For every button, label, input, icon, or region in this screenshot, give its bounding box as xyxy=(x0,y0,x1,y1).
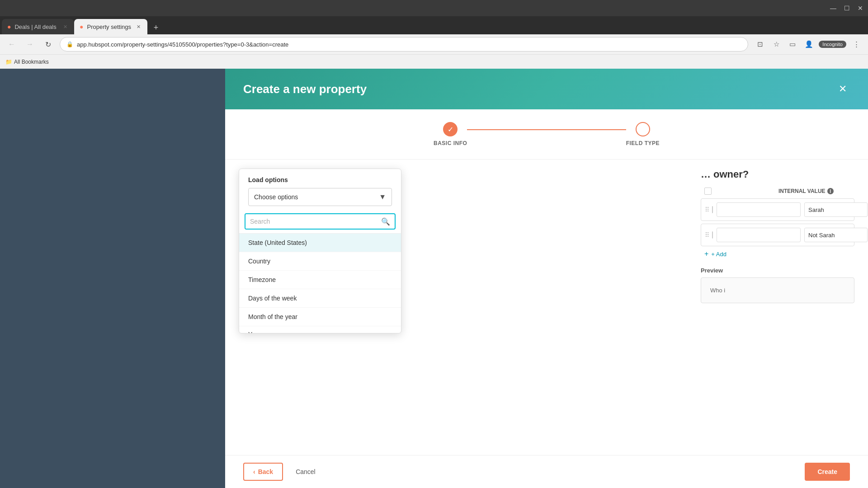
modal-header: Create a new property ✕ xyxy=(225,69,868,109)
create-property-modal: Create a new property ✕ ✓ BASIC INFO FIE… xyxy=(225,69,868,488)
folder-icon: 📁 xyxy=(5,59,12,65)
new-tab-button[interactable]: + xyxy=(149,21,163,34)
modal-body: Load options Choose options ▼ 🔍 State (U… xyxy=(225,160,868,455)
popup-header: Load options Choose options ▼ xyxy=(239,169,401,210)
step-field-type[interactable]: FIELD TYPE xyxy=(626,122,660,146)
maximize-button[interactable]: ☐ xyxy=(843,4,851,12)
url-text: app.hubspot.com/property-settings/451055… xyxy=(77,41,288,48)
internal-value-header-text: INTERNAL VALUE xyxy=(778,188,826,194)
row-label-input-1[interactable] xyxy=(717,202,801,217)
back-button[interactable]: ← xyxy=(5,38,18,51)
address-bar: ← → ↻ 🔒 app.hubspot.com/property-setting… xyxy=(0,34,868,54)
tab-deals-label: Deals | All deals xyxy=(14,23,56,30)
dropdown-item-country[interactable]: Country xyxy=(239,252,401,271)
tab-property-settings-label: Property settings xyxy=(87,23,131,30)
tab-deals[interactable]: ● Deals | All deals ✕ xyxy=(2,19,74,34)
menu-icon[interactable]: ⋮ xyxy=(850,38,863,51)
load-options-popup: Load options Choose options ▼ 🔍 State (U… xyxy=(239,169,401,333)
search-icon: 🔍 xyxy=(377,217,395,226)
search-input-wrapper: 🔍 xyxy=(245,213,396,230)
drag-handle-1[interactable]: ⠿ xyxy=(705,206,709,213)
row-checkbox-1[interactable] xyxy=(712,206,713,213)
minimize-button[interactable]: ― xyxy=(829,4,837,12)
dropdown-chevron-icon: ▼ xyxy=(379,193,386,201)
tab-property-settings[interactable]: ● Property settings ✕ xyxy=(74,19,147,34)
row-checkbox-2[interactable] xyxy=(712,231,713,239)
table-header: INTERNAL VALUE i xyxy=(701,188,854,195)
table-row-1: ⠿ xyxy=(701,198,854,221)
preview-box: Who i xyxy=(701,277,854,303)
dropdown-item-timezone[interactable]: Timezone xyxy=(239,271,401,289)
footer-left: ‹ Back Cancel xyxy=(243,463,323,481)
back-label: Back xyxy=(258,468,273,475)
address-actions: ⊡ ☆ ▭ 👤 Incognito ⋮ xyxy=(754,38,863,51)
title-bar: ― ☐ ✕ xyxy=(0,0,868,16)
close-window-button[interactable]: ✕ xyxy=(856,4,864,12)
step-basic-info-circle: ✓ xyxy=(443,122,458,136)
reload-button[interactable]: ↻ xyxy=(42,38,54,51)
step-connector-line xyxy=(467,129,626,130)
question-suffix: owner? xyxy=(713,169,749,180)
header-checkbox-col xyxy=(704,188,718,195)
cancel-button[interactable]: Cancel xyxy=(288,463,323,481)
preview-text: Who i xyxy=(710,287,725,294)
modal-title: Create a new property xyxy=(243,82,367,96)
modal-close-button[interactable]: ✕ xyxy=(835,82,850,96)
cast-icon[interactable]: ⊡ xyxy=(754,38,766,51)
dropdown-item-year[interactable]: Year xyxy=(239,326,401,333)
header-checkbox[interactable] xyxy=(704,188,712,195)
tab-bar: ● Deals | All deals ✕ ● Property setting… xyxy=(0,16,868,34)
dropdown-list: State (United States) Country Timezone D… xyxy=(239,234,401,333)
table-row-2: ⠿ xyxy=(701,224,854,246)
row-value-input-2[interactable] xyxy=(804,228,868,242)
incognito-badge: Incognito xyxy=(819,41,846,48)
window-controls: ― ☐ ✕ xyxy=(829,4,864,12)
dropdown-item-state-us[interactable]: State (United States) xyxy=(239,234,401,252)
add-option-label: + Add xyxy=(711,251,726,258)
bookmark-star-icon[interactable]: ☆ xyxy=(770,38,783,51)
step-field-type-label: FIELD TYPE xyxy=(626,140,660,146)
sidebar-toggle-icon[interactable]: ▭ xyxy=(786,38,799,51)
step-basic-info[interactable]: ✓ BASIC INFO xyxy=(434,122,467,146)
create-button[interactable]: Create xyxy=(805,463,850,481)
back-icon: ‹ xyxy=(253,468,255,475)
choose-options-dropdown[interactable]: Choose options ▼ xyxy=(248,188,392,206)
forward-button[interactable]: → xyxy=(24,38,36,51)
modal-footer: ‹ Back Cancel Create xyxy=(225,455,868,488)
bookmarks-label[interactable]: All Bookmarks xyxy=(14,59,49,65)
tab-hubspot-icon-deals: ● xyxy=(7,23,11,30)
dropdown-item-month-of-year[interactable]: Month of the year xyxy=(239,308,401,326)
bookmarks-bar: 📁 All Bookmarks xyxy=(0,54,868,69)
search-box: 🔍 xyxy=(239,210,401,234)
preview-label: Preview xyxy=(701,267,854,274)
choose-options-text: Choose options xyxy=(254,193,298,201)
info-icon[interactable]: i xyxy=(827,188,834,194)
lock-icon: 🔒 xyxy=(66,41,73,47)
drag-handle-2[interactable]: ⠿ xyxy=(705,231,709,239)
url-bar[interactable]: 🔒 app.hubspot.com/property-settings/4510… xyxy=(60,37,748,52)
tab-hubspot-icon-settings: ● xyxy=(80,23,83,30)
step-field-type-circle xyxy=(636,122,650,136)
add-option-row[interactable]: + + Add xyxy=(701,250,854,258)
dropdown-item-days-of-week[interactable]: Days of the week xyxy=(239,289,401,308)
stepper-inner: ✓ BASIC INFO FIELD TYPE xyxy=(434,122,660,146)
row-label-input-2[interactable] xyxy=(717,228,801,242)
row-value-input-1[interactable] xyxy=(804,202,868,217)
search-input[interactable] xyxy=(245,214,377,229)
load-options-label: Load options xyxy=(248,176,392,183)
tab-deals-close[interactable]: ✕ xyxy=(61,23,69,30)
preview-section: Preview Who i xyxy=(701,267,854,303)
add-option-icon: + xyxy=(704,250,708,258)
question-prefix: … xyxy=(701,169,711,180)
tab-property-settings-close[interactable]: ✕ xyxy=(135,23,142,30)
right-content-area: … owner? INTERNAL VALUE i ⠿ xyxy=(687,169,868,303)
internal-value-column-header: INTERNAL VALUE i xyxy=(778,188,851,194)
browser-chrome: ― ☐ ✕ ● Deals | All deals ✕ ● Property s… xyxy=(0,0,868,69)
step-basic-info-label: BASIC INFO xyxy=(434,140,467,146)
back-button[interactable]: ‹ Back xyxy=(243,463,283,481)
profile-icon[interactable]: 👤 xyxy=(802,38,815,51)
stepper: ✓ BASIC INFO FIELD TYPE xyxy=(225,109,868,160)
